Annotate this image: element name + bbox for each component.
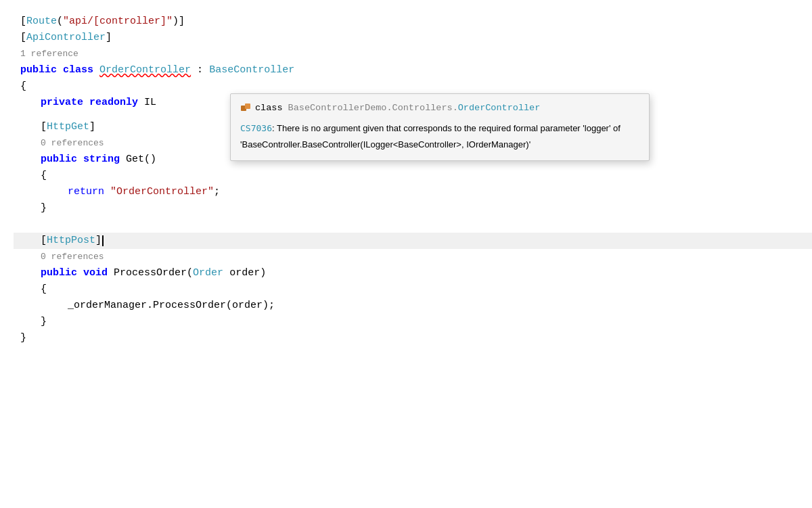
empty-line-3 <box>14 225 812 233</box>
apicontroller-attribute: ApiController <box>26 30 106 46</box>
open-brace-processorder: { <box>41 281 47 298</box>
httpget-attribute: HttpGet <box>47 119 89 135</box>
close-brace-method: } <box>41 200 47 216</box>
return-keyword: return <box>68 184 104 200</box>
bracket: )] <box>173 14 185 30</box>
tooltip-class-text: class BaseControllerDemo.Controllers.Ord… <box>255 101 540 116</box>
close-brace-class: } <box>20 330 26 346</box>
code-line-return: return "OrderController"; <box>14 184 812 200</box>
empty-line-2 <box>14 216 812 225</box>
void-keyword: void <box>83 265 108 281</box>
code-line-5: { <box>14 78 812 95</box>
code-line-1: [Route("api/[controller]")] <box>14 14 812 30</box>
readonly-keyword: readonly <box>89 95 138 111</box>
semicolon: ; <box>214 184 220 200</box>
open-brace-class: { <box>20 78 26 95</box>
reference-count-2: 0 references <box>41 137 104 151</box>
ordercontroller-classname: OrderController <box>99 62 191 78</box>
class-icon <box>240 103 251 114</box>
close-brace-processorder: } <box>41 314 47 330</box>
code-line-brace-close-2: } <box>14 314 812 330</box>
return-string: "OrderController" <box>110 184 214 200</box>
code-line-4: public class OrderController : BaseContr… <box>14 62 812 78</box>
code-line-class-close: } <box>14 330 812 346</box>
httppost-attribute: HttpPost <box>47 233 95 249</box>
get-method: Get() <box>126 152 156 168</box>
code-line-brace-open: { <box>14 168 812 184</box>
basecontroller-classname: BaseController <box>209 62 294 78</box>
order-type: Order <box>193 265 223 281</box>
open-brace-method: { <box>41 168 47 184</box>
error-message: There is no argument given that correspo… <box>240 123 621 149</box>
error-code: CS7036 <box>240 123 272 133</box>
bracket: ] <box>95 233 102 249</box>
code-line-2: [ApiController] <box>14 30 812 46</box>
bracket: [ <box>20 30 26 46</box>
bracket: [ <box>41 233 47 249</box>
reference-count-3: 0 references <box>41 250 104 264</box>
tooltip-classname: OrderController <box>458 103 541 113</box>
order-param: order) <box>229 265 266 281</box>
bracket: ] <box>89 119 95 135</box>
public-keyword-2: public <box>41 152 77 168</box>
error-tooltip: class BaseControllerDemo.Controllers.Ord… <box>230 93 650 161</box>
code-line-brace-close: } <box>14 200 812 216</box>
reference-count-1: 1 reference <box>20 47 78 62</box>
processorder-method: ProcessOrder( <box>114 265 193 281</box>
route-string: "api/[controller]" <box>63 14 173 30</box>
code-line-ref3: 0 references <box>14 249 812 265</box>
private-keyword: private <box>41 95 83 111</box>
code-editor: [Route("api/[controller]")] [ApiControll… <box>0 0 812 360</box>
bracket: ( <box>57 14 63 30</box>
tooltip-namespace: BaseControllerDemo.Controllers. <box>288 103 458 113</box>
tooltip-header: class BaseControllerDemo.Controllers.Ord… <box>240 101 639 116</box>
class-keyword-tooltip: class <box>255 103 288 113</box>
code-line-processorder: public void ProcessOrder(Order order) <box>14 265 812 281</box>
colon: : <box>197 62 203 78</box>
public-keyword-3: public <box>41 265 77 281</box>
route-attribute: Route <box>26 14 57 30</box>
bracket: ] <box>106 30 112 46</box>
class-keyword: class <box>63 62 93 78</box>
public-keyword: public <box>20 62 57 78</box>
error-colon: : <box>272 123 277 133</box>
bracket: [ <box>20 14 26 30</box>
code-line-ref1: 1 reference <box>14 46 812 62</box>
svg-rect-1 <box>245 103 250 109</box>
code-line-ordermanager: _orderManager.ProcessOrder(order); <box>14 298 812 314</box>
tooltip-error-section: CS7036: There is no argument given that … <box>240 121 639 154</box>
bracket: [ <box>41 119 47 135</box>
code-line-httppost: [HttpPost] <box>14 233 812 249</box>
string-keyword: string <box>83 152 120 168</box>
il-partial: IL <box>144 95 156 111</box>
code-line-brace-open-2: { <box>14 281 812 298</box>
text-cursor <box>102 235 104 246</box>
ordermanager-call: _orderManager.ProcessOrder(order); <box>68 298 275 314</box>
